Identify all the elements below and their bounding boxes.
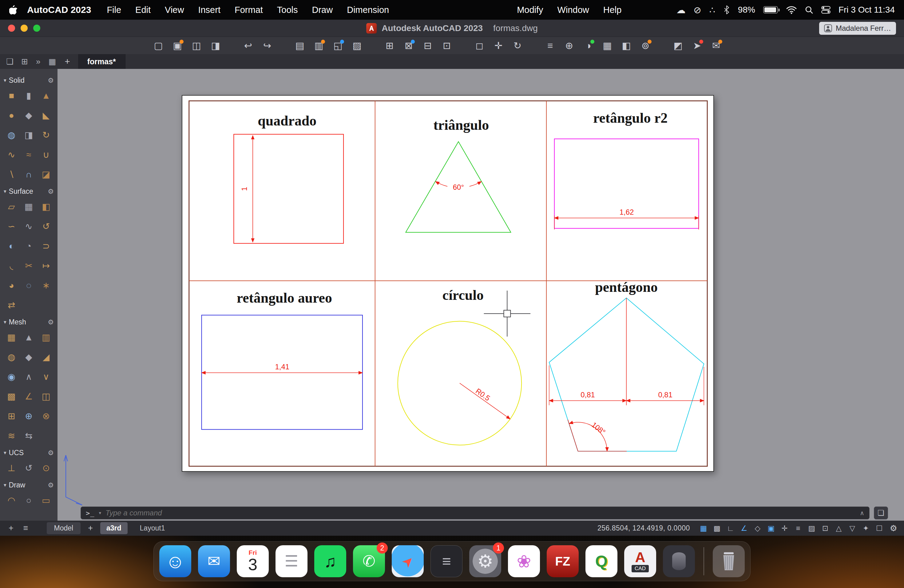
palette-surface-planar[interactable]: ▱ [3, 199, 20, 215]
palette-surface-extend[interactable]: ↦ [38, 258, 54, 274]
drawing-tab-formas[interactable]: formas* [78, 54, 125, 69]
palette-mesh-merge-faces[interactable]: ⊕ [20, 408, 37, 424]
dock-calendar[interactable]: Fri 3 [237, 545, 269, 577]
pentagon-dim-right-label[interactable]: 0,81 [658, 390, 672, 399]
do-not-disturb-icon[interactable]: ⊘ [694, 5, 702, 15]
palette-surface-extrude[interactable]: ◧ [38, 199, 54, 215]
rectangle-aureo-shape[interactable] [202, 315, 362, 430]
status-annotation-scale[interactable]: ▽ [847, 523, 858, 534]
palette-section-solid[interactable]: ▾ Solid ⚙ [4, 76, 54, 85]
palette-section-surface[interactable]: ▾ Surface ⚙ [4, 187, 54, 196]
dock-photos[interactable]: ❀ [508, 545, 540, 577]
palette-mesh-refine[interactable]: ▩ [3, 389, 20, 405]
aureo-dimension-label[interactable]: 1,41 [275, 363, 289, 371]
menu-clock[interactable]: Fri 3 Oct 11:34 [839, 5, 895, 15]
palette-mesh-extrude-face[interactable]: ⊞ [3, 408, 20, 424]
command-bar[interactable]: >_ ▾ ∧ [81, 506, 869, 519]
dock-notes[interactable]: ≡ [430, 545, 463, 577]
palette-mesh-cylinder[interactable]: ▥ [38, 329, 54, 345]
toolbar-hatch[interactable]: ▦ [600, 38, 615, 52]
status-lineweight[interactable]: ≡ [793, 523, 804, 534]
drawing-sheet[interactable]: quadrado 1 triângulo 60° retângulo r2 [182, 95, 714, 472]
tab-layout1[interactable]: Layout1 [134, 522, 171, 534]
icloud-icon[interactable]: ☁ [676, 5, 686, 15]
palette-surface-offset[interactable]: ⊃ [38, 238, 54, 254]
status-object-snap[interactable]: ▣ [766, 523, 777, 534]
view-grid-icon[interactable]: ⊞ [19, 57, 30, 66]
gear-icon[interactable]: ⚙ [47, 77, 54, 85]
apple-menu-icon[interactable] [9, 5, 20, 14]
toolbar-block-editor[interactable]: ⊚ [638, 38, 653, 52]
palette-solid-wedge[interactable]: ◣ [38, 107, 54, 123]
palette-mesh-sphere[interactable]: ◍ [3, 349, 20, 365]
toolbar-properties[interactable]: ≡ [543, 38, 558, 52]
toolbar-new-drawing[interactable]: ▢ [151, 38, 166, 52]
palette-ucs-named[interactable]: ⊥ [3, 460, 20, 476]
palette-list-icon[interactable]: ≡ [22, 523, 30, 533]
status-transparency[interactable]: ▨ [806, 523, 817, 534]
dock-reminders[interactable]: ☰ [275, 545, 308, 577]
close-button[interactable] [8, 25, 15, 32]
status-workspace-switching[interactable]: ✦ [860, 523, 871, 534]
palette-solid-subtract[interactable]: ∖ [3, 166, 20, 182]
tab-layout-a3rd[interactable]: a3rd [100, 522, 128, 534]
toolbar-layers[interactable]: ⊕ [562, 38, 577, 52]
toolbar-export[interactable]: ⊡ [439, 38, 454, 52]
spotlight-search-icon[interactable] [805, 6, 813, 14]
palette-add-icon[interactable]: + [7, 523, 15, 533]
palette-mesh-smooth-more[interactable]: ∧ [20, 369, 37, 385]
toolbar-redo[interactable]: ↪ [260, 38, 275, 52]
tab-overflow-icon[interactable]: » [34, 57, 42, 66]
cell-title-retangulo-aureo[interactable]: retângulo aureo [237, 290, 332, 306]
toolbar-open[interactable]: ▣ [170, 38, 185, 52]
palette-section-ucs[interactable]: ▾ UCS ⚙ [4, 449, 54, 457]
r2-dimension-label[interactable]: 1,62 [620, 208, 634, 216]
toolbar-field[interactable]: ⊟ [420, 38, 435, 52]
palette-solid-union[interactable]: ∪ [38, 147, 54, 163]
menu-item-help[interactable]: Help [596, 5, 629, 15]
bluetooth-icon[interactable] [723, 5, 730, 14]
toolbar-publish[interactable]: ▨ [349, 38, 364, 52]
cell-title-quadrado[interactable]: quadrado [258, 113, 316, 128]
menu-item-format[interactable]: Format [228, 5, 270, 15]
toolbar-pan[interactable]: ✛ [491, 38, 506, 52]
palette-draw-arc[interactable]: ◠ [3, 492, 20, 508]
gear-icon[interactable]: ⚙ [47, 318, 54, 326]
toolbar-undo[interactable]: ↩ [241, 38, 256, 52]
palette-section-mesh[interactable]: ▾ Mesh ⚙ [4, 318, 54, 326]
palette-surface-revolve[interactable]: ↺ [38, 218, 54, 234]
menu-item-edit[interactable]: Edit [128, 5, 158, 15]
triangle-angle-arc-left[interactable] [435, 182, 447, 187]
toolbar-email[interactable]: ✉ [709, 38, 724, 52]
status-object-snap-tracking[interactable]: ✛ [779, 523, 790, 534]
dock-autocad[interactable]: A CAD [624, 545, 656, 577]
palette-surface-cv-edit[interactable]: ∗ [38, 277, 54, 293]
triangle-angle-arc-right[interactable] [469, 182, 482, 187]
palette-surface-sculpt[interactable]: ◕ [3, 277, 20, 293]
palette-surface-untrim[interactable]: ◌ [20, 277, 37, 293]
menu-item-file[interactable]: File [100, 5, 128, 15]
new-layout-button[interactable]: + [87, 523, 94, 533]
palette-mesh-convert[interactable]: ⇆ [20, 428, 37, 444]
palette-solid-cone[interactable]: ▲ [38, 88, 54, 104]
wifi-icon[interactable] [786, 6, 797, 14]
toolbar-gradient[interactable]: ◧ [619, 38, 634, 52]
toolbar-match-properties[interactable]: ◑ [581, 38, 596, 52]
toolbar-render[interactable]: ◩ [671, 38, 685, 52]
menu-item-tools[interactable]: Tools [270, 5, 305, 15]
palette-surface-trim[interactable]: ✂ [20, 258, 37, 274]
menu-item-view[interactable]: View [158, 5, 191, 15]
status-clean-screen[interactable]: ☐ [874, 523, 885, 534]
zoom-button[interactable] [33, 25, 40, 32]
circle-radius-label[interactable]: R0.5 [474, 387, 492, 402]
palette-ucs-world[interactable]: ⊙ [38, 460, 54, 476]
dock-trash[interactable] [713, 545, 745, 577]
palette-surface-blend[interactable]: ◐ [3, 238, 20, 254]
tab-tiles-icon[interactable]: ▦ [47, 57, 58, 66]
command-collapse-icon[interactable]: ∧ [860, 509, 864, 517]
toolbar-print[interactable]: ▥ [311, 38, 326, 52]
palette-ucs-previous[interactable]: ↺ [20, 460, 37, 476]
palette-solid-sweep[interactable]: ∿ [3, 147, 20, 163]
triangle-angle-label[interactable]: 60° [453, 183, 464, 191]
new-tab-button[interactable]: + [62, 56, 73, 67]
